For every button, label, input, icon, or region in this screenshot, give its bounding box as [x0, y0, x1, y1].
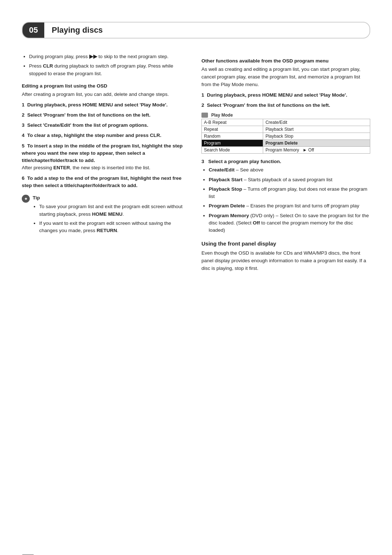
- editing-intro: After creating a program list, you can a…: [22, 91, 191, 98]
- intro-bullet-list: During program play, press ▶▶ to skip to…: [22, 53, 191, 77]
- intro-bullet-2: Press CLR during playback to switch off …: [29, 62, 191, 77]
- osd-table-title: Play Mode: [201, 113, 370, 118]
- front-panel-text: Even though the OSD is available for CDs…: [201, 250, 370, 272]
- osd-row-2: Repeat Playback Start: [202, 126, 370, 133]
- osd-icon: [201, 113, 208, 118]
- function-playback-stop: Playback Stop – Turns off program play, …: [209, 186, 370, 200]
- editing-section-heading: Editing a program list using the OSD: [22, 83, 191, 89]
- left-column: During program play, press ▶▶ to skip to…: [22, 53, 191, 275]
- edit-step-2: 2 Select 'Program' from the list of func…: [22, 112, 191, 119]
- function-create-edit: Create/Edit – See above: [209, 166, 370, 174]
- tip-bullet-list: To save your program list and exit the p…: [33, 203, 191, 234]
- tip-label: Tip: [33, 194, 191, 202]
- edit-step-1: 1 During playback, press HOME MENU and s…: [22, 101, 191, 109]
- chapter-title: Playing discs: [44, 23, 110, 38]
- osd-left-4: Program: [202, 140, 263, 147]
- right-column: Other functions available from the OSD p…: [201, 53, 370, 275]
- edit-step-4: 4 To clear a step, highlight the step nu…: [22, 132, 191, 139]
- osd-right-1: Create/Edit: [263, 119, 370, 126]
- tip-bullet-1: To save your program list and exit the p…: [39, 203, 191, 218]
- osd-table-section: Play Mode A-B Repeat Create/Edit Repeat …: [201, 113, 370, 154]
- front-panel-heading: Using the front panel display: [201, 240, 370, 247]
- other-functions-heading: Other functions available from the OSD p…: [201, 58, 370, 64]
- function-program-delete: Program Delete – Erases the program list…: [209, 202, 370, 210]
- osd-row-3: Random Playback Stop: [202, 133, 370, 140]
- step3-label: 3 Select a program play function.: [201, 159, 370, 164]
- chapter-header: 05 Playing discs: [22, 22, 370, 39]
- osd-right-3: Playback Stop: [263, 133, 370, 140]
- osd-right-2: Playback Start: [263, 126, 370, 133]
- intro-bullet-1: During program play, press ▶▶ to skip to…: [29, 53, 191, 60]
- function-program-memory: Program Memory (DVD only) – Select On to…: [209, 212, 370, 234]
- osd-row-4: Program Program Delete: [202, 140, 370, 147]
- osd-left-3: Random: [202, 133, 263, 140]
- edit-step-6: 6 To add a step to the end of the progra…: [22, 175, 191, 190]
- osd-row-1: A-B Repeat Create/Edit: [202, 119, 370, 126]
- osd-left-5: Search Mode: [202, 147, 263, 154]
- osd-title-label: Play Mode: [211, 113, 233, 118]
- tip-icon: ✦: [22, 195, 30, 203]
- osd-row-5: Search Mode Program Memory ► Off: [202, 147, 370, 154]
- function-playback-start: Playback Start – Starts playback of a sa…: [209, 176, 370, 183]
- osd-table: A-B Repeat Create/Edit Repeat Playback S…: [201, 119, 370, 154]
- function-list: Create/Edit – See above Playback Start –…: [201, 166, 370, 234]
- other-step-1: 1 During playback, press HOME MENU and s…: [201, 92, 370, 99]
- other-functions-intro: As well as creating and editing a progra…: [201, 66, 370, 89]
- osd-left-2: Repeat: [202, 126, 263, 133]
- tip-box: ✦ Tip To save your program list and exit…: [22, 194, 191, 236]
- edit-step-5: 5 To insert a step in the middle of the …: [22, 142, 191, 172]
- other-step-2: 2 Select 'Program' from the list of func…: [201, 102, 370, 109]
- tip-bullet-2: If you want to exit the program edit scr…: [39, 220, 191, 235]
- chapter-number: 05: [23, 23, 44, 38]
- osd-left-1: A-B Repeat: [202, 119, 263, 126]
- tip-content: Tip To save your program list and exit t…: [33, 194, 191, 236]
- page-container: 05 Playing discs During program play, pr…: [0, 22, 392, 555]
- osd-right-4: Program Delete: [263, 140, 370, 147]
- edit-step-3: 3 Select 'Create/Edit' from the list of …: [22, 122, 191, 129]
- osd-right-5: Program Memory ► Off: [263, 147, 370, 154]
- content-area: During program play, press ▶▶ to skip to…: [0, 39, 392, 290]
